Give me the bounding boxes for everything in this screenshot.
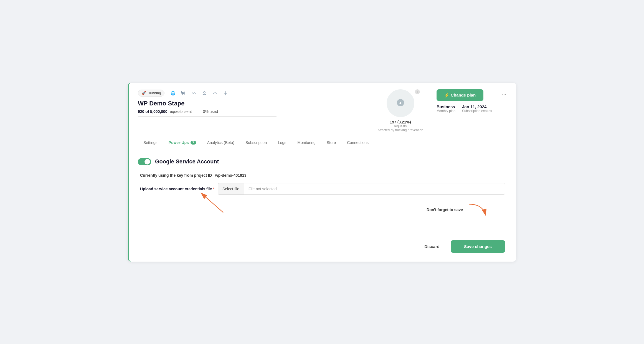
- svg-rect-0: [181, 91, 182, 93]
- bars-icon: [179, 89, 187, 97]
- tracking-number: 197 (3.21%): [377, 120, 423, 124]
- globe-icon: 🌐: [169, 89, 177, 97]
- header: 🚀 Running 🌐: [129, 83, 516, 132]
- arrow-to-save: [466, 201, 488, 218]
- requests-sent: 920 of 5,000,000 requests sent: [138, 109, 192, 114]
- main-container: 🚀 Running 🌐: [128, 83, 516, 262]
- project-id-value: wp-demo-401913: [215, 173, 247, 178]
- tab-settings[interactable]: Settings: [138, 136, 163, 149]
- tab-connections[interactable]: Connections: [341, 136, 374, 149]
- progress-bar: [138, 116, 277, 117]
- tab-store[interactable]: Store: [321, 136, 341, 149]
- toolbar-icons: 🌐: [169, 89, 229, 97]
- lightning-icon: [222, 89, 229, 97]
- tracking-circle: ▲ i: [387, 89, 414, 117]
- status-badge: 🚀 Running: [138, 90, 164, 97]
- change-plan-button[interactable]: ⚡ Change plan: [437, 89, 483, 101]
- header-right: ▲ i 197 (3.21%) requests Affected by tra…: [377, 89, 507, 132]
- status-text: Running: [148, 91, 161, 95]
- up-arrow-icon: ▲: [397, 99, 404, 106]
- code-icon: </>: [211, 89, 219, 97]
- tracking-description: 197 (3.21%) requests Affected by trackin…: [377, 120, 423, 132]
- svg-point-4: [204, 92, 205, 93]
- tab-analytics[interactable]: Analytics (Beta): [202, 136, 240, 149]
- dont-forget-annotation: Don't forget to save: [427, 201, 488, 218]
- file-input-wrapper[interactable]: Select file File not selected: [218, 183, 505, 195]
- requests-info: 920 of 5,000,000 requests sent 0% used: [138, 109, 377, 114]
- rocket-icon: 🚀: [141, 91, 146, 95]
- wave-icon: [190, 89, 198, 97]
- dont-forget-text: Don't forget to save: [427, 208, 463, 212]
- section-header: Google Service Account: [138, 158, 507, 165]
- info-icon: i: [415, 89, 420, 94]
- content-area: Google Service Account Currently using t…: [129, 149, 516, 262]
- form-area: Currently using the key from project ID …: [138, 173, 507, 253]
- site-name: WP Demo Stape: [138, 100, 377, 107]
- status-row: 🚀 Running 🌐: [138, 89, 377, 97]
- tab-monitoring[interactable]: Monitoring: [292, 136, 321, 149]
- power-ups-badge: 7: [191, 141, 196, 145]
- tracking-widget: ▲ i 197 (3.21%) requests Affected by tra…: [377, 89, 423, 132]
- expiry-info: Jan 11, 2024 Subscription expires: [462, 104, 492, 113]
- project-id-label: Currently using the key from project ID: [140, 173, 212, 178]
- svg-rect-3: [184, 92, 185, 95]
- toggle-knob: [144, 159, 150, 165]
- file-name-display: File not selected: [244, 183, 505, 194]
- section-title: Google Service Account: [155, 158, 219, 165]
- svg-rect-1: [182, 92, 183, 95]
- more-options-button[interactable]: ···: [501, 90, 507, 98]
- tab-power-ups[interactable]: Power-Ups 7: [163, 136, 202, 149]
- plan-type: Business Monthly plan: [437, 104, 455, 113]
- annotation-container: Don't forget to save: [140, 201, 505, 224]
- used-percent: 0% used: [203, 109, 218, 114]
- plan-details: Business Monthly plan Jan 11, 2024 Subsc…: [437, 104, 492, 113]
- plan-title: Business: [437, 104, 455, 109]
- project-id-row: Currently using the key from project ID …: [140, 173, 505, 178]
- plan-subtitle: Monthly plan: [437, 109, 455, 113]
- action-buttons: Discard Save changes: [140, 240, 505, 253]
- person-icon: [201, 89, 208, 97]
- plan-info: ⚡ Change plan Business Monthly plan Jan …: [437, 89, 492, 113]
- discard-button[interactable]: Discard: [418, 241, 446, 252]
- tabs-nav: Settings Power-Ups 7 Analytics (Beta) Su…: [129, 136, 516, 149]
- tracking-desc: Affected by tracking prevention: [377, 128, 423, 132]
- expiry-label: Subscription expires: [462, 109, 492, 113]
- svg-rect-2: [183, 92, 184, 94]
- tracking-unit: requests: [377, 124, 423, 128]
- arrow-to-select: [190, 188, 240, 215]
- expiry-date: Jan 11, 2024: [462, 104, 492, 109]
- save-changes-button[interactable]: Save changes: [451, 240, 505, 253]
- tab-logs[interactable]: Logs: [272, 136, 292, 149]
- tab-subscription[interactable]: Subscription: [240, 136, 272, 149]
- google-service-account-toggle[interactable]: [138, 158, 151, 165]
- header-left: 🚀 Running 🌐: [138, 89, 377, 118]
